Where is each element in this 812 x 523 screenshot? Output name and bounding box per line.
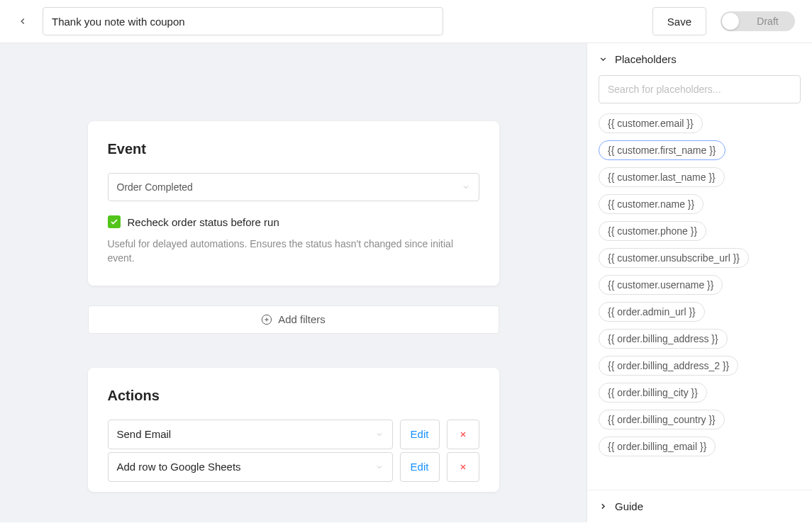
event-select[interactable]: Order Completed [108,173,479,201]
header: Save Draft [0,0,812,43]
placeholder-pill[interactable]: {{ customer.email }} [599,113,703,133]
toggle-knob [722,13,739,30]
action-select-value: Add row to Google Sheets [117,461,241,473]
guide-title: Guide [615,500,643,512]
placeholder-pill[interactable]: {{ order.billing_city }} [599,383,707,403]
automation-title-input[interactable] [43,7,443,35]
chevron-down-icon [462,183,470,191]
actions-title: Actions [108,388,479,404]
recheck-help-text: Useful for delayed automations. Ensures … [108,237,479,266]
placeholder-pill[interactable]: {{ customer.name }} [599,194,703,214]
delete-action-button[interactable] [447,420,479,449]
draft-label: Draft [739,16,794,27]
placeholder-pill[interactable]: {{ customer.last_name }} [599,167,725,187]
add-filters-label: Add filters [278,313,326,325]
placeholder-pill[interactable]: {{ customer.first_name }} [599,140,725,160]
edit-action-button[interactable]: Edit [400,452,440,482]
placeholder-pill[interactable]: {{ order.billing_country }} [599,410,725,429]
chevron-down-icon [375,463,384,471]
recheck-label: Recheck order status before run [128,216,279,228]
draft-toggle[interactable]: Draft [721,11,795,31]
placeholders-panel-header[interactable]: Placeholders [587,43,812,75]
sidebar: Placeholders {{ customer.email }}{{ cust… [586,43,812,522]
chevron-down-icon [599,55,608,64]
action-select[interactable]: Send Email [108,420,393,449]
guide-panel-header[interactable]: Guide [587,490,812,522]
event-title: Event [108,141,479,157]
delete-action-button[interactable] [447,452,479,482]
actions-card: Actions Send EmailEditAdd row to Google … [88,368,499,492]
action-select[interactable]: Add row to Google Sheets [108,452,393,482]
placeholder-pill[interactable]: {{ customer.phone }} [599,221,706,241]
placeholder-search-input[interactable] [599,75,801,103]
add-filters-button[interactable]: Add filters [88,305,499,334]
recheck-checkbox[interactable] [108,215,121,228]
event-card: Event Order Completed Recheck order stat… [88,121,499,286]
placeholder-search-wrap [599,75,801,103]
placeholders-title: Placeholders [615,53,677,65]
action-row: Send EmailEdit [108,420,479,449]
placeholder-list[interactable]: {{ customer.email }}{{ customer.first_na… [587,113,812,490]
placeholder-pill[interactable]: {{ order.admin_url }} [599,302,705,322]
back-button[interactable] [11,10,34,33]
placeholder-pill[interactable]: {{ order.billing_address_2 }} [599,356,738,376]
chevron-down-icon [375,430,384,439]
edit-action-button[interactable]: Edit [400,420,440,449]
placeholder-pill[interactable]: {{ customer.unsubscribe_url }} [599,248,749,268]
placeholder-pill[interactable]: {{ order.billing_address }} [599,329,728,349]
main-canvas: Event Order Completed Recheck order stat… [0,43,586,522]
action-row: Add row to Google SheetsEdit [108,452,479,482]
event-select-value: Order Completed [117,181,193,193]
save-button[interactable]: Save [652,7,706,35]
plus-circle-icon [261,314,272,325]
chevron-right-icon [599,502,608,511]
action-select-value: Send Email [117,428,172,440]
placeholder-pill[interactable]: {{ order.billing_email }} [599,437,716,456]
placeholder-pill[interactable]: {{ customer.username }} [599,275,723,295]
